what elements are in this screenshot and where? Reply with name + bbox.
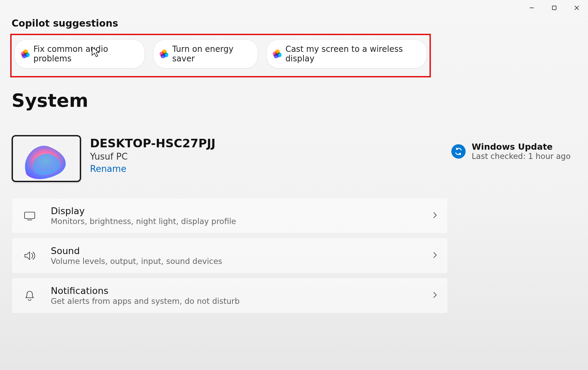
- maximize-button[interactable]: [543, 0, 566, 16]
- settings-item-title: Display: [51, 206, 419, 216]
- settings-item-subtitle: Volume levels, output, input, sound devi…: [51, 257, 419, 266]
- chevron-right-icon: [433, 251, 437, 260]
- sync-icon: [454, 147, 463, 156]
- svg-rect-1: [553, 6, 556, 10]
- copilot-icon: [160, 49, 167, 58]
- device-label: Yusuf PC: [90, 151, 215, 162]
- display-icon: [22, 211, 37, 221]
- wallpaper-swirl-icon: [13, 137, 80, 180]
- chevron-right-icon: [433, 211, 437, 220]
- copilot-suggestion[interactable]: Turn on energy saver: [153, 39, 258, 69]
- sound-icon: [22, 251, 37, 261]
- device-wallpaper-thumbnail[interactable]: [12, 135, 81, 182]
- page-title: System: [12, 90, 577, 111]
- close-button[interactable]: [566, 0, 588, 16]
- close-icon: [574, 5, 579, 10]
- copilot-heading: Copilot suggestions: [12, 18, 577, 29]
- copilot-suggestion[interactable]: Cast my screen to a wireless display: [266, 39, 427, 69]
- device-name: DESKTOP-HSC27PJJ: [90, 136, 215, 150]
- device-summary: DESKTOP-HSC27PJJ Yusuf PC Rename Windows…: [12, 135, 577, 182]
- settings-item-subtitle: Monitors, brightness, night light, displ…: [51, 217, 419, 226]
- copilot-suggestion-label: Cast my screen to a wireless display: [285, 44, 417, 63]
- copilot-suggestion-label: Turn on energy saver: [172, 44, 248, 63]
- window-controls: [521, 0, 588, 16]
- update-subtitle: Last checked: 1 hour ago: [472, 152, 571, 161]
- minimize-icon: [529, 5, 534, 10]
- settings-item-title: Notifications: [51, 285, 419, 296]
- rename-link[interactable]: Rename: [90, 164, 126, 174]
- svg-marker-7: [25, 252, 30, 260]
- svg-rect-5: [25, 212, 35, 219]
- settings-item-notifications[interactable]: Notifications Get alerts from apps and s…: [12, 278, 448, 313]
- windows-update-status[interactable]: Windows Update Last checked: 1 hour ago: [451, 142, 571, 161]
- update-icon: [451, 144, 466, 159]
- update-title: Windows Update: [472, 142, 571, 152]
- settings-item-display[interactable]: Display Monitors, brightness, night ligh…: [12, 198, 448, 234]
- settings-item-sound[interactable]: Sound Volume levels, output, input, soun…: [12, 238, 448, 273]
- copilot-suggestions-row: Fix common audio problems Turn on energy…: [10, 34, 431, 77]
- copilot-icon: [21, 49, 29, 58]
- maximize-icon: [552, 5, 557, 10]
- copilot-suggestion-label: Fix common audio problems: [33, 44, 135, 63]
- minimize-button[interactable]: [521, 0, 543, 16]
- settings-item-title: Sound: [51, 246, 419, 256]
- bell-icon: [22, 290, 37, 301]
- chevron-right-icon: [433, 291, 437, 300]
- settings-item-subtitle: Get alerts from apps and system, do not …: [51, 297, 419, 306]
- copilot-icon: [273, 49, 281, 58]
- copilot-suggestion[interactable]: Fix common audio problems: [14, 39, 145, 69]
- settings-list: Display Monitors, brightness, night ligh…: [12, 198, 448, 313]
